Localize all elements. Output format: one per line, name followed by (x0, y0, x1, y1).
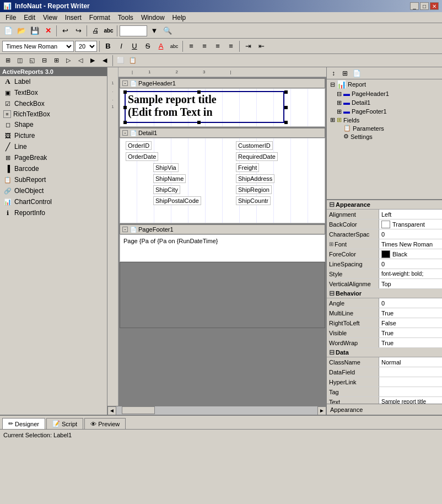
title-label-selected[interactable]: Sample report title(Edit from Text in (125, 91, 284, 123)
fields-expand[interactable]: ⊞ (329, 117, 336, 124)
menu-view[interactable]: View (40, 13, 61, 22)
toolbox-picture[interactable]: 🖼 Picture (0, 130, 107, 141)
scroll-thumb[interactable] (122, 406, 155, 414)
outdent-button[interactable]: ⇤ (255, 40, 267, 52)
close-doc-button[interactable]: ✕ (42, 25, 54, 37)
menu-window[interactable]: Window (138, 13, 168, 22)
scroll-left[interactable]: ◄ (107, 406, 116, 415)
toolbox-oleobject[interactable]: 🔗 OleObject (0, 185, 107, 196)
spell-check-button[interactable]: abc (168, 40, 180, 52)
extra-btn10[interactable]: ⬜ (115, 56, 126, 66)
align-center-button[interactable]: ≡ (198, 40, 211, 52)
font-size-select[interactable]: 20 (75, 41, 97, 52)
appearance-section-header[interactable]: ⊟ Appearance (327, 200, 442, 210)
tab-designer[interactable]: ✏ Designer (2, 418, 45, 429)
report-expand[interactable]: ⊟ (329, 81, 336, 88)
toolbox-barcode[interactable]: ▐ Barcode (0, 163, 107, 174)
h-scrollbar[interactable]: ◄ ► (107, 406, 326, 415)
page-header-body[interactable]: Sample report title(Edit from Text in (120, 88, 325, 127)
extra-btn1[interactable]: ⊞ (2, 56, 13, 66)
toolbox-textbox[interactable]: ▣ TextBox (0, 87, 107, 98)
field-shippostalcode[interactable]: ShipPostalCode (153, 196, 201, 205)
pageheader-expand[interactable]: ⊟ (336, 90, 342, 97)
handle-tr[interactable] (284, 90, 288, 94)
scroll-right[interactable]: ► (317, 406, 326, 415)
redo-button[interactable]: ↪ (72, 25, 84, 37)
page-footer-expand[interactable]: - (122, 227, 128, 232)
field-requireddate[interactable]: RequiredDate (236, 152, 278, 161)
toolbox-pagebreak[interactable]: ⊞ PageBreak (0, 152, 107, 163)
zoom-input[interactable]: 100% (120, 25, 147, 36)
toolbox-chartcontrol[interactable]: 📊 ChartControl (0, 196, 107, 207)
field-customerid[interactable]: CustomerID (236, 141, 273, 150)
align-left-button[interactable]: ≡ (185, 40, 197, 52)
extra-btn9[interactable]: ◀ (99, 56, 110, 66)
font-select[interactable]: Times New Roman (2, 41, 74, 52)
print-button[interactable]: 🖨 (89, 25, 101, 37)
menu-help[interactable]: Help (169, 13, 190, 22)
extra-btn8[interactable]: ▶ (87, 56, 98, 66)
menu-edit[interactable]: Edit (20, 13, 39, 22)
handle-br[interactable] (284, 121, 288, 124)
save-button[interactable]: 💾 (29, 25, 41, 37)
page-footer-body[interactable]: Page {Pa of {Pa on {RunDateTime} (120, 234, 325, 262)
handle-tm[interactable] (197, 90, 201, 94)
field-shipname[interactable]: ShipName (153, 174, 186, 183)
extra-btn3[interactable]: ◱ (26, 56, 37, 66)
tab-preview[interactable]: 👁 Preview (84, 418, 126, 429)
field-orderid[interactable]: OrderID (126, 141, 152, 150)
extra-btn11[interactable]: 📋 (127, 56, 138, 66)
field-shipvia[interactable]: ShipVia (153, 163, 179, 172)
field-shipcountry[interactable]: ShipCountr (236, 196, 271, 205)
tree-detail[interactable]: ⊞ ▬ Detail1 (327, 98, 442, 107)
extra-btn5[interactable]: ⊞ (51, 56, 62, 66)
handle-mr[interactable] (284, 106, 288, 109)
font-color-button[interactable]: A (155, 40, 167, 52)
field-shipcity[interactable]: ShipCity (153, 185, 180, 194)
zoom-in-button[interactable]: 🔍 (161, 25, 174, 37)
field-orderdate[interactable]: OrderDate (126, 152, 158, 161)
handle-ml[interactable] (123, 106, 127, 109)
align-right-button[interactable]: ≡ (212, 40, 224, 52)
menu-tools[interactable]: Tools (115, 13, 137, 22)
toolbox-richtextbox[interactable]: ≡ RichTextBox (0, 109, 107, 119)
close-button[interactable]: ✕ (430, 2, 439, 10)
tree-settings[interactable]: ⚙ Settings (327, 132, 442, 141)
behavior-section-header[interactable]: ⊟ Behavior (327, 289, 442, 298)
pagefooter-expand[interactable]: ⊞ (336, 108, 342, 115)
menu-insert[interactable]: Insert (62, 13, 85, 22)
tree-report[interactable]: ⊟ 📊 Report (327, 79, 442, 89)
field-shipaddress[interactable]: ShipAddress (236, 174, 274, 183)
extra-btn6[interactable]: ▷ (63, 56, 74, 66)
menu-format[interactable]: Format (86, 13, 114, 22)
new-button[interactable]: 📄 (2, 25, 14, 37)
field-shipregion[interactable]: ShipRegion (236, 185, 272, 194)
page-header-expand[interactable]: - (122, 81, 128, 86)
tab-script[interactable]: 📝 Script (46, 418, 83, 429)
menu-file[interactable]: File (2, 13, 19, 22)
detail-expand[interactable]: - (122, 130, 128, 136)
justify-button[interactable]: ≡ (225, 40, 237, 52)
tree-fields[interactable]: ⊞ ⊞ Fields (327, 116, 442, 124)
toolbox-subreport[interactable]: 📋 SubReport (0, 174, 107, 185)
toolbox-checkbox[interactable]: ☑ CheckBox (0, 98, 107, 109)
sort-alpha-btn[interactable]: ↕ (328, 68, 339, 78)
design-canvas-area[interactable]: | 1 2 3 | - 📄 PageHeader1 (118, 67, 326, 406)
scroll-track[interactable] (116, 406, 317, 415)
italic-button[interactable]: I (115, 40, 127, 52)
strikethrough-button[interactable]: S (142, 40, 154, 52)
pages-btn[interactable]: 📄 (351, 68, 362, 78)
toolbox-label[interactable]: A Label (0, 76, 107, 87)
categorize-btn[interactable]: ⊞ (339, 68, 351, 78)
minimize-button[interactable]: _ (410, 2, 419, 10)
underline-button[interactable]: U (128, 40, 141, 52)
field-freight[interactable]: Freight (236, 163, 259, 172)
indent-button[interactable]: ⇥ (242, 40, 254, 52)
handle-bm[interactable] (197, 121, 201, 124)
toolbox-shape[interactable]: ◻ Shape (0, 119, 107, 130)
spell-button[interactable]: abc (103, 25, 115, 37)
toolbox-reportinfo[interactable]: ℹ ReportInfo (0, 207, 107, 218)
extra-btn2[interactable]: ◫ (14, 56, 25, 66)
detail-body[interactable]: OrderID CustomerID OrderDate RequiredDat… (120, 138, 325, 223)
tree-pagefooter[interactable]: ⊞ ▬ PageFooter1 (327, 107, 442, 116)
